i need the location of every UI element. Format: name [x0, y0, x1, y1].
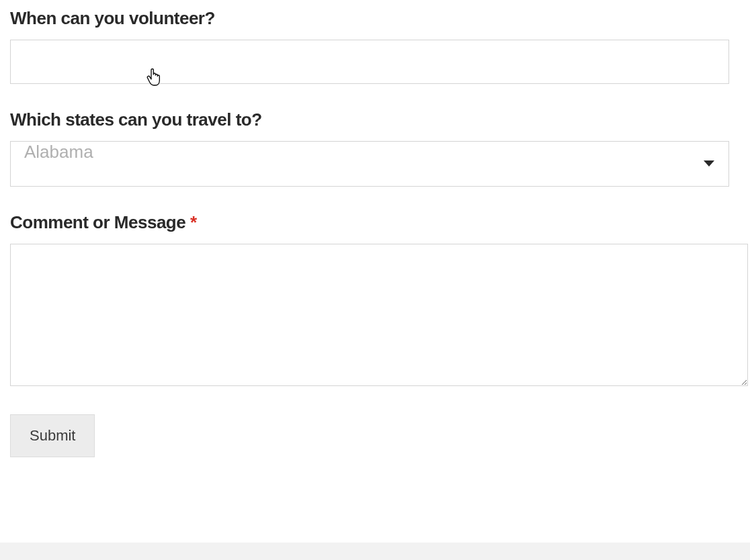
- states-label: Which states can you travel to?: [10, 109, 740, 130]
- comment-label-text: Comment or Message: [10, 212, 190, 232]
- comment-label: Comment or Message *: [10, 212, 740, 233]
- comment-textarea[interactable]: [10, 244, 748, 386]
- comment-field-group: Comment or Message *: [10, 212, 740, 389]
- states-field-group: Which states can you travel to? Alabama: [10, 109, 740, 187]
- states-select[interactable]: Alabama: [10, 141, 729, 187]
- footer-bar: [0, 543, 750, 560]
- required-indicator: *: [190, 212, 197, 232]
- volunteer-label: When can you volunteer?: [10, 8, 740, 29]
- states-select-wrapper: Alabama: [10, 141, 729, 187]
- volunteer-field-group: When can you volunteer?: [10, 8, 740, 84]
- submit-button[interactable]: Submit: [10, 414, 95, 457]
- volunteer-input[interactable]: [10, 40, 729, 84]
- submit-row: Submit: [10, 414, 740, 457]
